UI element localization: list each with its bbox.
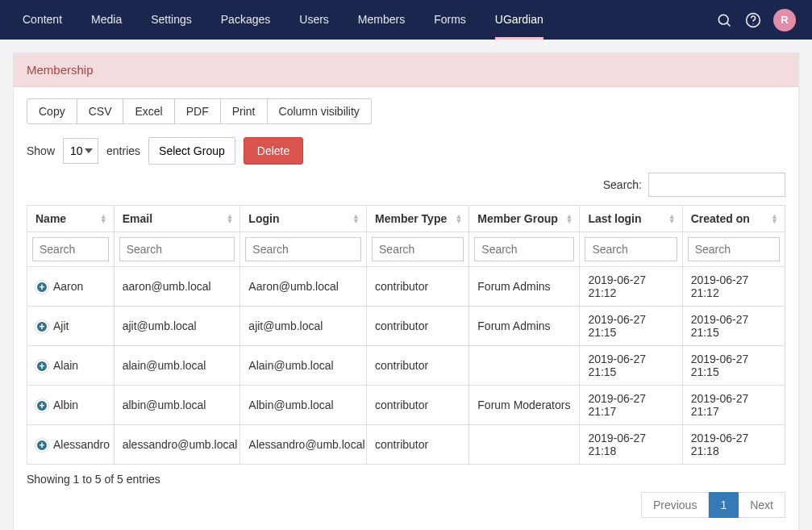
top-nav-tabs: Content Media Settings Packages Users Me… [8,0,715,40]
nav-tab-ugardian[interactable]: UGardian [481,0,558,40]
expand-icon[interactable]: + [35,439,48,452]
expand-icon[interactable]: + [35,281,48,294]
filter-name[interactable] [32,237,109,261]
page-length-select[interactable]: 10 [63,138,98,164]
row-name-text: Albin [53,399,78,411]
row-name-text: Alain [53,359,78,372]
cell-login: Aaron@umb.local [240,267,367,307]
filter-email[interactable] [119,237,235,261]
cell-email: aaron@umb.local [114,267,240,307]
svg-point-3 [752,23,753,23]
cell-type: contributor [367,386,469,425]
page-1[interactable]: 1 [709,492,739,518]
column-visibility-button[interactable]: Column visibility [268,98,372,124]
top-nav: Content Media Settings Packages Users Me… [0,0,812,40]
global-search-input[interactable] [648,173,785,197]
cell-name: +Albin [27,386,115,425]
col-header-login[interactable]: Login▲▼ [240,206,367,232]
nav-tab-users[interactable]: Users [285,0,344,40]
cell-group: Forum Admins [469,267,580,307]
row-name-text: Aaron [53,280,83,293]
page-next[interactable]: Next [739,492,785,518]
card-title: Membership [14,53,798,87]
print-button[interactable]: Print [221,98,268,124]
nav-tab-members[interactable]: Members [344,0,419,40]
filter-login[interactable] [245,237,361,261]
delete-button[interactable]: Delete [244,137,303,165]
expand-icon[interactable]: + [35,320,48,333]
cell-group [469,346,580,386]
cell-email: alain@umb.local [114,346,240,386]
nav-tab-media[interactable]: Media [77,0,136,40]
cell-type: contributor [367,425,469,465]
nav-tab-content[interactable]: Content [8,0,77,40]
table-row: +Aaronaaron@umb.localAaron@umb.localcont… [27,267,785,307]
excel-button[interactable]: Excel [123,98,174,124]
copy-button[interactable]: Copy [27,98,77,124]
nav-tab-settings[interactable]: Settings [136,0,206,40]
cell-last: 2019-06-27 21:18 [580,425,682,465]
cell-email: albin@umb.local [114,386,240,425]
svg-line-1 [727,23,731,26]
pagination: Previous 1 Next [27,489,785,530]
cell-created: 2019-06-27 21:15 [682,346,785,386]
cell-email: alessandro@umb.local [114,425,240,465]
cell-login: Alain@umb.local [240,346,367,386]
expand-icon[interactable]: + [35,399,48,412]
sort-icon: ▲▼ [771,214,778,223]
help-icon[interactable] [744,11,762,29]
table-info: Showing 1 to 5 of 5 entries [27,465,785,489]
table-row: +Ajitajit@umb.localajit@umb.localcontrib… [27,307,785,346]
global-search-label: Search: [603,178,642,191]
search-icon[interactable] [715,11,733,29]
cell-created: 2019-06-27 21:18 [682,425,785,465]
cell-name: +Alain [27,346,115,386]
col-header-name[interactable]: Name▲▼ [27,206,115,232]
export-button-group: Copy CSV Excel PDF Print Column visibili… [27,98,372,124]
nav-tab-packages[interactable]: Packages [206,0,285,40]
filter-group[interactable] [474,237,574,261]
col-header-type[interactable]: Member Type▲▼ [367,206,469,232]
col-header-email[interactable]: Email▲▼ [114,206,240,232]
cell-name: +Alessandro [27,425,115,465]
membership-card: Membership Copy CSV Excel PDF Print Colu… [13,52,799,530]
avatar[interactable]: R [773,9,796,31]
col-header-group[interactable]: Member Group▲▼ [469,206,580,232]
cell-last: 2019-06-27 21:12 [580,267,682,307]
filter-type[interactable] [372,237,464,261]
select-group-button[interactable]: Select Group [148,137,235,165]
sort-icon: ▲▼ [668,214,676,223]
cell-group [469,425,580,465]
sort-icon: ▲▼ [352,214,360,223]
cell-last: 2019-06-27 21:15 [580,307,682,346]
filter-last[interactable] [585,237,677,261]
cell-login: Alessandro@umb.local [240,425,367,465]
members-table: Name▲▼ Email▲▼ Login▲▼ Member Type▲▼ Mem… [27,205,785,465]
cell-last: 2019-06-27 21:17 [580,386,682,425]
row-name-text: Ajit [53,319,69,332]
row-name-text: Alessandro [53,438,110,451]
cell-name: +Ajit [27,307,115,346]
table-row: +Albinalbin@umb.localAlbin@umb.localcont… [27,386,785,425]
cell-created: 2019-06-27 21:17 [682,386,785,425]
cell-name: +Aaron [27,267,115,307]
col-header-last[interactable]: Last login▲▼ [580,206,682,232]
sort-icon: ▲▼ [455,214,462,223]
csv-button[interactable]: CSV [77,98,124,124]
cell-login: Albin@umb.local [240,386,367,425]
cell-type: contributor [367,307,469,346]
sort-icon: ▲▼ [100,214,107,223]
cell-login: ajit@umb.local [240,307,367,346]
expand-icon[interactable]: + [35,360,48,373]
table-row: +Alainalain@umb.localAlain@umb.localcont… [27,346,785,386]
svg-point-0 [718,15,728,24]
page-prev[interactable]: Previous [641,492,709,518]
length-entries-label: entries [106,144,140,157]
filter-created[interactable] [688,237,780,261]
cell-type: contributor [367,346,469,386]
col-header-created[interactable]: Created on▲▼ [682,206,785,232]
nav-tab-forms[interactable]: Forms [419,0,481,40]
pdf-button[interactable]: PDF [175,98,221,124]
cell-created: 2019-06-27 21:15 [682,307,785,346]
sort-icon: ▲▼ [226,214,233,223]
